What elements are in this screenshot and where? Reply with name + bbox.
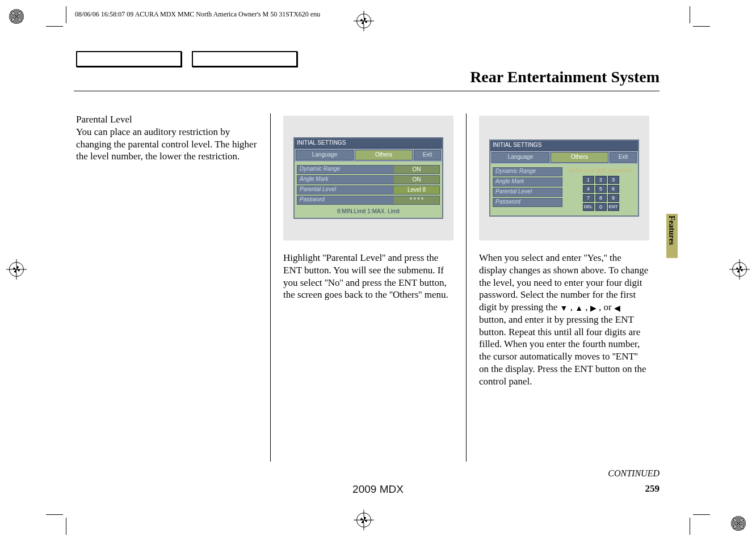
screen2-key: 9 xyxy=(608,194,619,202)
column-3-body: When you select and enter ''Yes,'' the d… xyxy=(479,252,649,387)
screen2-keypad-prompt: Enter four digit password xyxy=(566,167,636,175)
screen2-tab-language: Language xyxy=(492,152,549,163)
crop-mark-icon xyxy=(66,518,66,535)
left-arrow-icon: ◀ xyxy=(614,303,620,314)
screen2-key-ent: ENT xyxy=(608,203,619,211)
page-number: 259 xyxy=(645,483,660,494)
screen1-tab-exit: Exit xyxy=(414,150,441,160)
screen1-val-password: * * * * xyxy=(394,196,439,204)
screen1-row-password: Password xyxy=(297,196,394,204)
up-arrow-icon: ▲ xyxy=(575,303,583,314)
page-title: Rear Entertainment System xyxy=(470,68,660,86)
crop-mark-icon xyxy=(66,6,66,23)
registration-mark-icon xyxy=(731,516,746,531)
initial-settings-screenshot-2: INITIAL SETTINGS Language Others Exit Dy… xyxy=(479,116,649,240)
screen1-tab-language: Language xyxy=(296,150,354,160)
content-columns: Parental Level You can place an auditory… xyxy=(75,113,662,462)
column-3-body-part-b: button, and enter it by pressing the ENT… xyxy=(479,314,646,387)
registration-target-icon xyxy=(356,14,371,28)
registration-target-icon xyxy=(732,262,747,277)
screen2-row-dynamic-range: Dynamic Range xyxy=(493,168,562,175)
screen2-row-password: Password xyxy=(493,198,562,206)
screen2-tab-exit: Exit xyxy=(610,152,637,163)
screen2-key: 2 xyxy=(595,176,607,184)
crop-mark-icon xyxy=(46,514,63,515)
column-3: INITIAL SETTINGS Language Others Exit Dy… xyxy=(466,113,662,462)
screen2-key: 4 xyxy=(583,185,594,193)
registration-mark-icon xyxy=(9,9,24,24)
screen1-row-angle-mark: Angle Mark xyxy=(297,176,394,183)
crop-mark-icon xyxy=(690,518,690,535)
down-arrow-icon: ▼ xyxy=(560,303,568,314)
screen2-key: 5 xyxy=(595,185,607,193)
screen1-tab-others: Others xyxy=(355,150,413,160)
section-tab-label: Features xyxy=(667,215,676,245)
right-arrow-icon: ▶ xyxy=(590,303,597,314)
registration-target-icon xyxy=(356,513,371,527)
screen2-key: 7 xyxy=(583,194,594,202)
screen2-row-angle-mark: Angle Mark xyxy=(493,178,562,185)
footer-model: 2009 MDX xyxy=(352,483,404,496)
crop-mark-icon xyxy=(693,26,710,27)
print-header: 08/06/06 16:58:07 09 ACURA MDX MMC North… xyxy=(75,10,320,19)
screen1-header: INITIAL SETTINGS xyxy=(295,138,442,149)
registration-target-icon xyxy=(9,262,24,277)
screen1-legend: 8:MIN.Limit 1:MAX. Limit xyxy=(297,208,440,215)
continued-label: CONTINUED xyxy=(608,468,660,479)
crop-mark-icon xyxy=(690,6,690,23)
screen1-row-dynamic-range: Dynamic Range xyxy=(297,166,394,173)
screen2-tab-others: Others xyxy=(551,152,608,163)
column-1-body: You can place an auditory restriction by… xyxy=(76,126,258,163)
screen1-row-parental-level: Parental Level xyxy=(297,186,394,193)
initial-settings-screenshot-1: INITIAL SETTINGS Language Others Exit Dy… xyxy=(283,116,453,240)
screen2-row-parental-level: Parental Level xyxy=(493,188,562,196)
crop-mark-icon xyxy=(693,514,710,515)
screen2-key: 8 xyxy=(595,194,607,202)
screen1-val-angle-mark: ON xyxy=(394,176,439,184)
page-body: Rear Entertainment System Features Paren… xyxy=(74,40,682,496)
screen2-header: INITIAL SETTINGS xyxy=(490,141,638,151)
column-1-subhead: Parental Level xyxy=(76,113,258,126)
screen2-key: 3 xyxy=(608,176,619,184)
screen1-val-parental-level: Level 8 xyxy=(394,186,439,194)
screen2-key: 1 xyxy=(583,176,594,184)
column-2-body: Highlight ''Parental Level'' and press t… xyxy=(283,252,453,301)
title-rule xyxy=(74,91,660,91)
screen2-key-del: DEL xyxy=(583,203,594,211)
screen1-val-dynamic-range: ON xyxy=(394,166,439,174)
screen2-key: 6 xyxy=(608,185,619,193)
screen2-key: 0 xyxy=(595,203,607,211)
column-1: Parental Level You can place an auditory… xyxy=(75,113,270,462)
crop-mark-icon xyxy=(46,26,63,27)
column-2: INITIAL SETTINGS Language Others Exit Dy… xyxy=(270,113,466,462)
